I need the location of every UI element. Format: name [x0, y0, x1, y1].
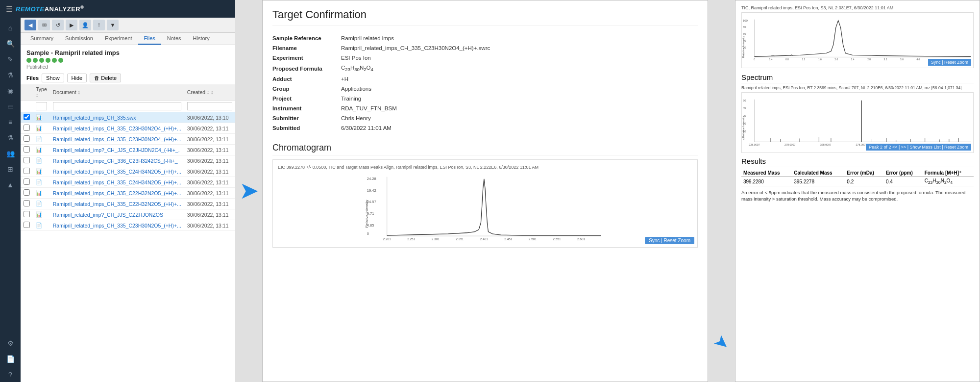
table-row[interactable]: 📄 Ramipril_related_imps_CH_335_C24H34N2O…: [21, 177, 235, 188]
doc-search[interactable]: [53, 102, 181, 110]
svg-text:24.28: 24.28: [367, 177, 376, 181]
tab-experiment[interactable]: Experiment: [99, 33, 138, 45]
tab-submission[interactable]: Submission: [59, 33, 99, 45]
svg-text:40: 40: [743, 106, 746, 109]
sidebar-icon-edit[interactable]: ✎: [1, 52, 19, 67]
tab-notes[interactable]: Notes: [161, 33, 187, 45]
sidebar-icon-home[interactable]: ⌂: [1, 21, 19, 35]
file-type-icon: 📄: [36, 179, 42, 185]
file-name[interactable]: Ramipril_related_imps_CH_335_C24H34N2O5_…: [50, 166, 184, 177]
row-checkbox[interactable]: [24, 157, 30, 163]
col-document[interactable]: Document ↕: [50, 84, 184, 101]
row-checkbox[interactable]: [24, 189, 30, 196]
svg-text:2.501: 2.501: [529, 237, 537, 241]
file-date: 30/06/2022, 13:10: [184, 112, 235, 123]
row-checkbox[interactable]: [24, 200, 30, 206]
email-button[interactable]: ✉: [38, 20, 50, 30]
left-main-content: ◀ ✉ ↺ ▶ 👤 ! ▼ Summary Submission Experim…: [21, 18, 235, 382]
hide-button[interactable]: Hide: [67, 74, 87, 82]
table-row[interactable]: 📊 Ramipril_related_imps_CH_335_C24H34N2O…: [21, 166, 235, 177]
file-name[interactable]: Ramipril_related_imps_CH_335_C23H30N2O5_…: [50, 220, 184, 231]
row-checkbox[interactable]: [24, 222, 30, 228]
row-checkbox[interactable]: [24, 168, 30, 174]
row-checkbox[interactable]: [24, 178, 30, 185]
svg-text:228.0007: 228.0007: [749, 143, 760, 146]
sidebar-icon-help[interactable]: ?: [1, 367, 19, 382]
table-row[interactable]: 📊 Ramipril_related_imps_CH_335.swx 30/06…: [21, 112, 235, 123]
row-checkbox[interactable]: [24, 211, 30, 217]
tic-sync-button[interactable]: Sync | Reset Zoom: [928, 59, 971, 66]
app-logo: REMOTEANALYZER®: [16, 5, 84, 13]
play-button[interactable]: ▶: [66, 20, 77, 30]
tc-value: Training: [341, 94, 698, 103]
col-error-ppm: Error (ppm): [884, 169, 923, 177]
hamburger-icon[interactable]: ☰: [6, 4, 13, 14]
tab-summary[interactable]: Summary: [24, 33, 59, 45]
alert-button[interactable]: !: [93, 20, 105, 30]
file-name[interactable]: Ramipril_related_imps_CH_335_C22H32N2O5_…: [50, 199, 184, 209]
row-checkbox[interactable]: [24, 125, 30, 131]
file-name[interactable]: Ramipril_related_imps_CH_335.swx: [50, 112, 184, 123]
table-row[interactable]: 📄 Ramipril_related_impe_CH_336_C23H3242C…: [21, 155, 235, 166]
sidebar-icon-search[interactable]: 🔍: [1, 36, 19, 51]
svg-text:2.4: 2.4: [851, 58, 855, 61]
tc-label: Group: [272, 84, 341, 94]
sidebar-icon-lab[interactable]: ⚗: [1, 68, 19, 82]
table-row[interactable]: 📊 Ramipril_related_imps_CH_335_C22H32N2O…: [21, 188, 235, 199]
col-created[interactable]: Created ↕ ↕: [184, 84, 235, 101]
tab-history[interactable]: History: [187, 33, 216, 45]
date-search[interactable]: [187, 102, 232, 110]
delete-button[interactable]: 🗑 Delete: [90, 74, 121, 82]
file-name[interactable]: Ramipril_related_imps_CH_335_C23H30N2O4_…: [50, 123, 184, 134]
sidebar-icon-list[interactable]: ≡: [1, 115, 19, 129]
col-type[interactable]: Type ↕: [33, 84, 50, 101]
row-checkbox[interactable]: [24, 135, 30, 142]
refresh-button[interactable]: ↺: [52, 20, 64, 30]
svg-text:1.2: 1.2: [802, 58, 805, 61]
tc-row-experiment: Experiment ESI Pos Ion: [272, 53, 698, 63]
sync-reset-zoom-button[interactable]: Sync | Reset Zoom: [645, 237, 694, 244]
type-search[interactable]: [36, 102, 47, 110]
table-row[interactable]: 📄 Ramipril_related_imps_CH_335_C22H32N2O…: [21, 199, 235, 209]
middle-panel: Target Confirmation Sample Reference Ram…: [262, 0, 708, 382]
table-row[interactable]: 📄 Ramipril_related_imps_CH_335_C23H30N2O…: [21, 134, 235, 145]
table-row[interactable]: 📊 Ramipril_related_imp?_CH_JJS_C2JHJDN2C…: [21, 145, 235, 155]
sidebar-icon-settings[interactable]: ⚙: [1, 336, 19, 351]
file-name[interactable]: Ramipril_related_imp?_CH_JJS_C2JHJDN2C4_…: [50, 145, 184, 155]
table-row[interactable]: 📊 Ramipril_related_imps_CH_335_C23H30N2O…: [21, 123, 235, 134]
sidebar-icon-doc[interactable]: 📄: [1, 352, 19, 366]
tab-files[interactable]: Files: [138, 33, 161, 45]
row-checkbox[interactable]: [24, 114, 30, 120]
file-type-icon: 📄: [36, 136, 42, 142]
tabs-row: Summary Submission Experiment Files Note…: [21, 33, 235, 45]
sidebar-icon-location[interactable]: ◉: [1, 83, 19, 98]
table-row[interactable]: 📊 Ramipril_rclated_imp?_CH_JJS_CZZHJONZO…: [21, 209, 235, 220]
row-checkbox[interactable]: [24, 146, 30, 153]
file-type-icon: 📄: [36, 222, 42, 228]
file-date: 30/06/2022, 13:11: [184, 166, 235, 177]
sidebar-icon-up[interactable]: ▲: [1, 178, 19, 192]
dropdown-button[interactable]: ▼: [107, 20, 119, 30]
show-button[interactable]: Show: [42, 74, 64, 82]
file-name[interactable]: Ramipril_related_impe_CH_336_C23H3242CS_…: [50, 155, 184, 166]
svg-text:Relative Intensity: Relative Intensity: [742, 116, 745, 138]
chromatogram-chart: 24.28 19.42 14.57 9.71 4.85 0 Relative I…: [278, 173, 692, 241]
sidebar-icon-grid[interactable]: ⊞: [1, 162, 19, 177]
spectrum-label: Ramipril related imps, ESI Pos Ion, RT 2…: [741, 85, 974, 90]
sidebar-icon-layout[interactable]: ▭: [1, 99, 19, 114]
peak-nav-button[interactable]: Peak 2 of 2 << | >> | Show Mass List | R…: [866, 144, 971, 151]
sidebar-icon-users[interactable]: 👥: [1, 146, 19, 161]
file-name[interactable]: Ramipril_related_imps_CH_335_C22H32N2O5_…: [50, 188, 184, 199]
tc-row-formula: Proposed Formula C23H30N2O4: [272, 63, 698, 74]
svg-text:Relative Intensity: Relative Intensity: [742, 36, 745, 58]
user-button[interactable]: 👤: [79, 20, 91, 30]
file-name[interactable]: Ramipril_rclated_imp?_CH_JJS_CZZHJONZOS: [50, 209, 184, 220]
table-row[interactable]: 📄 Ramipril_related_imps_CH_335_C23H30N2O…: [21, 220, 235, 231]
svg-text:50: 50: [743, 99, 746, 102]
back-button[interactable]: ◀: [24, 20, 36, 30]
files-label: Files: [26, 75, 39, 81]
tc-value: C23H30N2O4: [341, 63, 698, 74]
sidebar-icon-flask[interactable]: ⚗: [1, 130, 19, 145]
file-name[interactable]: Ramipril_related_imps_CH_335_C24H34N2O5_…: [50, 177, 184, 188]
file-name[interactable]: Ramipril_related_imps_CH_335_C23H30N2O4_…: [50, 134, 184, 145]
